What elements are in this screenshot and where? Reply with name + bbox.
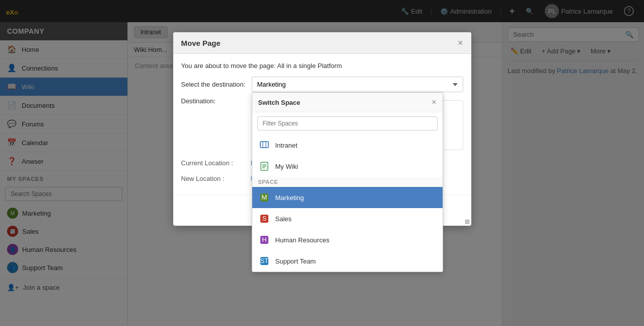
destination-select[interactable]: Marketing Intranet My Wiki	[252, 77, 463, 92]
sales-space-icon: S	[258, 213, 270, 225]
switch-space-dropdown: Switch Space × Intranet	[252, 92, 443, 272]
modal-close-button[interactable]: ×	[458, 38, 463, 47]
modal-overlay: Move Page × You are about to move the pa…	[0, 0, 644, 326]
svg-text:M: M	[261, 193, 267, 201]
intranet-space-label: Intranet	[275, 142, 298, 149]
space-section-label: Space	[252, 177, 443, 187]
support-space-icon: ST	[258, 255, 270, 267]
new-location-label: New Location :	[181, 175, 247, 182]
sales-space-label: Sales	[275, 215, 292, 223]
space-list-marketing[interactable]: M Marketing	[252, 187, 443, 208]
destination-tree-label: Destination:	[181, 97, 247, 105]
destination-select-wrapper[interactable]: Marketing Intranet My Wiki Switch Space …	[252, 77, 463, 92]
select-destination-row: Select the destination: Marketing Intran…	[181, 77, 463, 92]
move-page-modal: Move Page × You are about to move the pa…	[173, 32, 471, 226]
switch-space-title: Switch Space	[258, 99, 301, 106]
switch-space-close-button[interactable]: ×	[432, 98, 436, 107]
current-location-label: Current Location :	[181, 159, 247, 167]
modal-header: Move Page ×	[173, 32, 471, 54]
svg-rect-0	[260, 142, 268, 148]
svg-text:S: S	[262, 215, 266, 222]
space-list-sales[interactable]: S Sales	[252, 208, 443, 229]
modal-body: You are about to move the page: All in a…	[173, 54, 471, 194]
svg-text:H: H	[262, 236, 266, 243]
svg-text:ST: ST	[260, 257, 268, 265]
modal-description: You are about to move the page: All in a…	[181, 62, 463, 70]
resize-handle[interactable]	[465, 220, 469, 224]
hr-space-label: Human Resources	[275, 236, 330, 244]
marketing-space-label: Marketing	[275, 194, 304, 202]
space-list-intranet[interactable]: Intranet	[252, 135, 443, 156]
marketing-space-icon: M	[258, 191, 270, 204]
space-list-hr[interactable]: H Human Resources	[252, 229, 443, 250]
svg-rect-1	[263, 142, 266, 148]
select-destination-label: Select the destination:	[181, 81, 247, 88]
filter-spaces-input[interactable]	[257, 116, 438, 131]
space-list-support[interactable]: ST Support Team	[252, 250, 443, 272]
switch-space-header: Switch Space ×	[252, 93, 443, 112]
mywiki-space-label: My Wiki	[275, 163, 299, 170]
hr-space-icon: H	[258, 234, 270, 246]
intranet-space-icon	[258, 139, 270, 151]
space-list-mywiki[interactable]: My Wiki	[252, 156, 443, 177]
support-space-label: Support Team	[275, 257, 316, 265]
modal-title: Move Page	[181, 39, 221, 47]
mywiki-space-icon	[258, 160, 270, 172]
